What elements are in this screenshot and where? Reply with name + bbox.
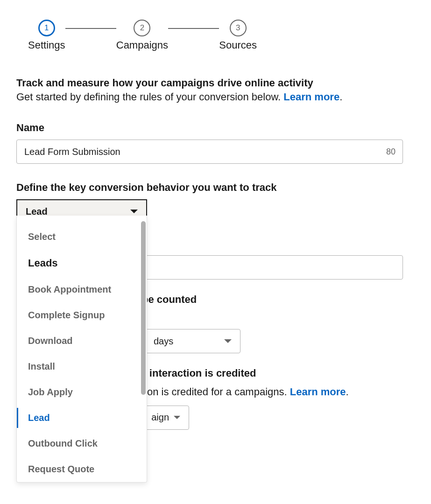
step-number: 1	[38, 20, 55, 36]
dropdown-option-outbound-click[interactable]: Outbound Click	[17, 431, 147, 456]
subtitle-text: Get started by defining the rules of you…	[16, 91, 283, 103]
page-title: Track and measure how your campaigns dri…	[16, 77, 415, 89]
step-connector	[65, 28, 116, 29]
attribution-desc-suffix: campaigns.	[234, 386, 290, 398]
dropdown-option-complete-signup[interactable]: Complete Signup	[17, 302, 147, 328]
attribution-model-value: aign	[151, 412, 169, 423]
step-sources[interactable]: 3 Sources	[219, 20, 257, 51]
chevron-down-icon	[130, 210, 138, 213]
learn-more-link[interactable]: Learn more	[290, 386, 346, 398]
step-campaigns[interactable]: 2 Campaigns	[116, 20, 168, 51]
dropdown-option-select[interactable]: Select	[17, 224, 147, 250]
dropdown-option-book-appointment[interactable]: Book Appointment	[17, 277, 147, 302]
dropdown-option-lead[interactable]: Lead	[17, 405, 147, 431]
chevron-down-icon	[224, 339, 232, 343]
dropdown-option-request-quote[interactable]: Request Quote	[17, 456, 147, 482]
name-char-count: 80	[386, 147, 396, 157]
step-connector	[168, 28, 219, 29]
views-timeframe-select[interactable]: days	[145, 329, 240, 353]
name-label: Name	[16, 122, 415, 134]
step-label: Sources	[219, 39, 257, 51]
step-number: 3	[230, 20, 247, 36]
learn-more-link[interactable]: Learn more	[283, 91, 339, 103]
dropdown-option-install[interactable]: Install	[17, 354, 147, 379]
views-timeframe-value: days	[154, 336, 173, 347]
step-number: 2	[134, 20, 150, 36]
period: .	[339, 91, 342, 103]
stepper: 1 Settings 2 Campaigns 3 Sources	[28, 20, 257, 51]
behavior-label: Define the key conversion behavior you w…	[16, 182, 415, 194]
period: .	[346, 386, 349, 398]
scrollbar[interactable]	[141, 221, 146, 395]
page-subtitle: Get started by defining the rules of you…	[16, 91, 415, 103]
step-label: Campaigns	[116, 39, 168, 51]
name-input[interactable]	[16, 140, 403, 164]
step-settings[interactable]: 1 Settings	[28, 20, 65, 51]
step-label: Settings	[28, 39, 65, 51]
chevron-down-icon	[174, 416, 180, 419]
dropdown-option-download[interactable]: Download	[17, 328, 147, 354]
behavior-dropdown-menu: Select Leads Book Appointment Complete S…	[16, 216, 147, 483]
dropdown-option-job-apply[interactable]: Job Apply	[17, 379, 147, 405]
dropdown-group-leads: Leads	[17, 250, 147, 277]
